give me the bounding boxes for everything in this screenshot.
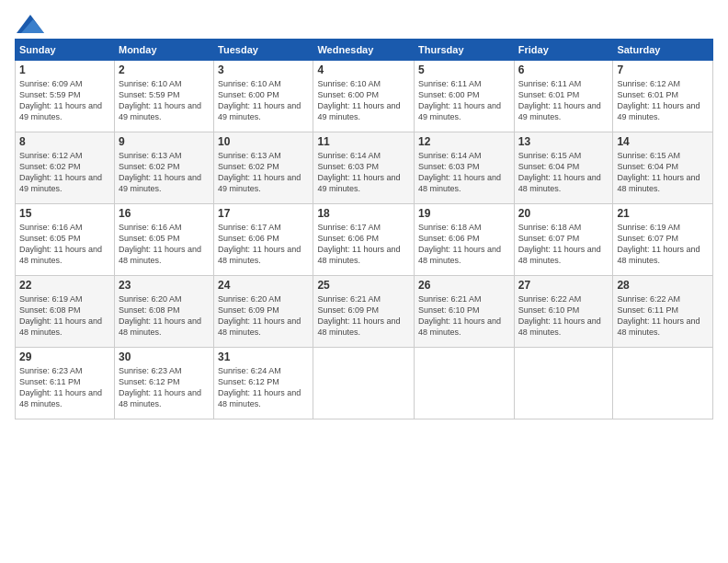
calendar-cell-4: 4 Sunrise: 6:10 AM Sunset: 6:00 PM Dayli…	[313, 61, 415, 132]
day-info: Sunrise: 6:21 AM Sunset: 6:09 PM Dayligh…	[317, 293, 410, 339]
day-number: 29	[19, 350, 110, 363]
day-info: Sunrise: 6:10 AM Sunset: 6:00 PM Dayligh…	[317, 78, 410, 123]
day-number: 28	[617, 279, 709, 292]
day-number: 16	[119, 207, 210, 220]
day-info: Sunrise: 6:15 AM Sunset: 6:04 PM Dayligh…	[518, 150, 609, 195]
day-number: 8	[19, 135, 110, 148]
calendar-cell-28: 28 Sunrise: 6:22 AM Sunset: 6:11 PM Dayl…	[613, 276, 713, 348]
day-number: 22	[19, 279, 110, 292]
logo	[15, 15, 44, 29]
day-info: Sunrise: 6:19 AM Sunset: 6:07 PM Dayligh…	[617, 222, 709, 267]
day-info: Sunrise: 6:15 AM Sunset: 6:04 PM Dayligh…	[617, 150, 709, 195]
day-number: 31	[218, 350, 309, 363]
calendar-cell-26: 26 Sunrise: 6:21 AM Sunset: 6:10 PM Dayl…	[415, 276, 515, 348]
calendar-cell-14: 14 Sunrise: 6:15 AM Sunset: 6:04 PM Dayl…	[613, 132, 713, 204]
day-info: Sunrise: 6:18 AM Sunset: 6:06 PM Dayligh…	[418, 222, 510, 267]
calendar-cell-1: 1 Sunrise: 6:09 AM Sunset: 5:59 PM Dayli…	[16, 61, 115, 132]
calendar-cell-17: 17 Sunrise: 6:17 AM Sunset: 6:06 PM Dayl…	[214, 204, 313, 276]
logo-icon	[17, 15, 44, 33]
day-info: Sunrise: 6:18 AM Sunset: 6:07 PM Dayligh…	[518, 222, 609, 267]
calendar-cell-25: 25 Sunrise: 6:21 AM Sunset: 6:09 PM Dayl…	[313, 276, 415, 348]
page: Sunday Monday Tuesday Wednesday Thursday…	[0, 0, 728, 563]
calendar-week-row: 29 Sunrise: 6:23 AM Sunset: 6:11 PM Dayl…	[16, 348, 713, 419]
day-info: Sunrise: 6:11 AM Sunset: 6:00 PM Dayligh…	[418, 78, 510, 123]
day-info: Sunrise: 6:20 AM Sunset: 6:08 PM Dayligh…	[119, 293, 210, 339]
day-number: 5	[418, 63, 510, 76]
day-info: Sunrise: 6:13 AM Sunset: 6:02 PM Dayligh…	[218, 150, 309, 195]
day-info: Sunrise: 6:10 AM Sunset: 6:00 PM Dayligh…	[218, 78, 309, 123]
day-number: 9	[119, 135, 210, 148]
calendar-cell-16: 16 Sunrise: 6:16 AM Sunset: 6:05 PM Dayl…	[114, 204, 213, 276]
calendar-cell-empty	[514, 348, 613, 419]
day-info: Sunrise: 6:22 AM Sunset: 6:11 PM Dayligh…	[617, 293, 709, 339]
day-info: Sunrise: 6:12 AM Sunset: 6:02 PM Dayligh…	[19, 150, 110, 195]
day-number: 12	[418, 135, 510, 148]
day-number: 2	[119, 63, 210, 76]
calendar-cell-31: 31 Sunrise: 6:24 AM Sunset: 6:12 PM Dayl…	[214, 348, 313, 419]
calendar-week-row: 8 Sunrise: 6:12 AM Sunset: 6:02 PM Dayli…	[16, 132, 713, 204]
day-number: 14	[617, 135, 709, 148]
day-number: 7	[617, 63, 709, 76]
day-number: 18	[317, 207, 410, 220]
calendar-cell-2: 2 Sunrise: 6:10 AM Sunset: 5:59 PM Dayli…	[114, 61, 213, 132]
col-friday: Friday	[514, 40, 613, 61]
col-tuesday: Tuesday	[214, 40, 313, 61]
col-sunday: Sunday	[16, 40, 115, 61]
calendar-table: Sunday Monday Tuesday Wednesday Thursday…	[15, 39, 713, 419]
calendar-cell-20: 20 Sunrise: 6:18 AM Sunset: 6:07 PM Dayl…	[514, 204, 613, 276]
calendar-cell-3: 3 Sunrise: 6:10 AM Sunset: 6:00 PM Dayli…	[214, 61, 313, 132]
calendar-cell-19: 19 Sunrise: 6:18 AM Sunset: 6:06 PM Dayl…	[415, 204, 515, 276]
calendar-week-row: 22 Sunrise: 6:19 AM Sunset: 6:08 PM Dayl…	[16, 276, 713, 348]
col-saturday: Saturday	[613, 40, 713, 61]
day-number: 19	[418, 207, 510, 220]
day-info: Sunrise: 6:17 AM Sunset: 6:06 PM Dayligh…	[317, 222, 410, 267]
calendar-cell-7: 7 Sunrise: 6:12 AM Sunset: 6:01 PM Dayli…	[613, 61, 713, 132]
calendar-cell-18: 18 Sunrise: 6:17 AM Sunset: 6:06 PM Dayl…	[313, 204, 415, 276]
calendar-cell-empty	[415, 348, 515, 419]
day-number: 30	[119, 350, 210, 363]
calendar-cell-24: 24 Sunrise: 6:20 AM Sunset: 6:09 PM Dayl…	[214, 276, 313, 348]
calendar-cell-10: 10 Sunrise: 6:13 AM Sunset: 6:02 PM Dayl…	[214, 132, 313, 204]
day-info: Sunrise: 6:19 AM Sunset: 6:08 PM Dayligh…	[19, 293, 110, 339]
day-info: Sunrise: 6:21 AM Sunset: 6:10 PM Dayligh…	[418, 293, 510, 339]
calendar-cell-27: 27 Sunrise: 6:22 AM Sunset: 6:10 PM Dayl…	[514, 276, 613, 348]
day-info: Sunrise: 6:10 AM Sunset: 5:59 PM Dayligh…	[119, 78, 210, 123]
calendar-cell-15: 15 Sunrise: 6:16 AM Sunset: 6:05 PM Dayl…	[16, 204, 115, 276]
day-number: 20	[518, 207, 609, 220]
calendar-cell-9: 9 Sunrise: 6:13 AM Sunset: 6:02 PM Dayli…	[114, 132, 213, 204]
col-wednesday: Wednesday	[313, 40, 415, 61]
day-info: Sunrise: 6:24 AM Sunset: 6:12 PM Dayligh…	[218, 365, 309, 410]
calendar-cell-6: 6 Sunrise: 6:11 AM Sunset: 6:01 PM Dayli…	[514, 61, 613, 132]
day-number: 13	[518, 135, 609, 148]
day-info: Sunrise: 6:14 AM Sunset: 6:03 PM Dayligh…	[317, 150, 410, 195]
day-number: 10	[218, 135, 309, 148]
day-number: 6	[518, 63, 609, 76]
day-info: Sunrise: 6:23 AM Sunset: 6:12 PM Dayligh…	[119, 365, 210, 410]
day-info: Sunrise: 6:22 AM Sunset: 6:10 PM Dayligh…	[518, 293, 609, 339]
calendar-cell-8: 8 Sunrise: 6:12 AM Sunset: 6:02 PM Dayli…	[16, 132, 115, 204]
calendar-cell-12: 12 Sunrise: 6:14 AM Sunset: 6:03 PM Dayl…	[415, 132, 515, 204]
calendar-cell-21: 21 Sunrise: 6:19 AM Sunset: 6:07 PM Dayl…	[613, 204, 713, 276]
day-number: 23	[119, 279, 210, 292]
calendar-cell-22: 22 Sunrise: 6:19 AM Sunset: 6:08 PM Dayl…	[16, 276, 115, 348]
calendar-cell-5: 5 Sunrise: 6:11 AM Sunset: 6:00 PM Dayli…	[415, 61, 515, 132]
day-info: Sunrise: 6:09 AM Sunset: 5:59 PM Dayligh…	[19, 78, 110, 123]
calendar-cell-13: 13 Sunrise: 6:15 AM Sunset: 6:04 PM Dayl…	[514, 132, 613, 204]
header	[15, 15, 713, 29]
calendar-cell-30: 30 Sunrise: 6:23 AM Sunset: 6:12 PM Dayl…	[114, 348, 213, 419]
day-info: Sunrise: 6:12 AM Sunset: 6:01 PM Dayligh…	[617, 78, 709, 123]
calendar-header-row: Sunday Monday Tuesday Wednesday Thursday…	[16, 40, 713, 61]
day-number: 24	[218, 279, 309, 292]
day-info: Sunrise: 6:23 AM Sunset: 6:11 PM Dayligh…	[19, 365, 110, 410]
day-info: Sunrise: 6:13 AM Sunset: 6:02 PM Dayligh…	[119, 150, 210, 195]
day-number: 25	[317, 279, 410, 292]
calendar-week-row: 1 Sunrise: 6:09 AM Sunset: 5:59 PM Dayli…	[16, 61, 713, 132]
day-number: 15	[19, 207, 110, 220]
day-number: 21	[617, 207, 709, 220]
day-number: 11	[317, 135, 410, 148]
day-info: Sunrise: 6:17 AM Sunset: 6:06 PM Dayligh…	[218, 222, 309, 267]
calendar-week-row: 15 Sunrise: 6:16 AM Sunset: 6:05 PM Dayl…	[16, 204, 713, 276]
day-number: 27	[518, 279, 609, 292]
day-info: Sunrise: 6:14 AM Sunset: 6:03 PM Dayligh…	[418, 150, 510, 195]
day-number: 4	[317, 63, 410, 76]
